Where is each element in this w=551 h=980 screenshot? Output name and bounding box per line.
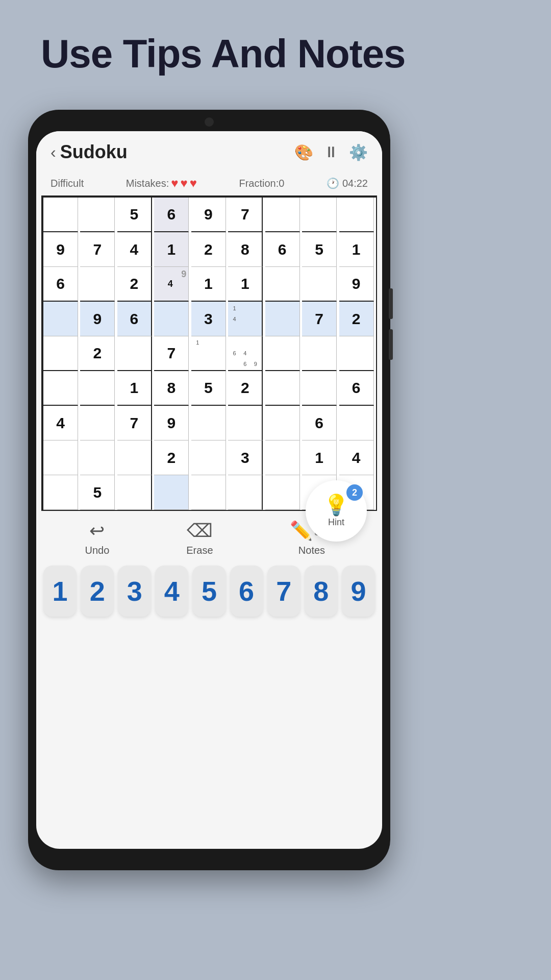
cell-r5c5[interactable]: 2 <box>228 371 263 406</box>
cell-r6c8[interactable] <box>339 406 374 440</box>
cell-r4c4[interactable]: 1 <box>191 336 226 371</box>
sudoku-grid[interactable]: 5 6 9 7 9 7 4 1 2 8 6 5 1 6 2 <box>42 197 376 510</box>
cell-r2c2[interactable]: 2 <box>117 267 152 302</box>
cell-r2c7[interactable] <box>302 267 337 302</box>
cell-r1c1[interactable]: 7 <box>80 232 115 267</box>
cell-r5c7[interactable] <box>302 371 337 406</box>
hint-button[interactable]: 2 💡 Hint <box>306 480 367 542</box>
back-button[interactable]: ‹ <box>51 143 56 162</box>
erase-button[interactable]: ⌫ Erase <box>186 520 213 556</box>
cell-r8c1[interactable]: 5 <box>80 475 115 510</box>
cell-r6c7[interactable]: 6 <box>302 406 337 440</box>
cell-r2c8[interactable]: 9 <box>339 267 374 302</box>
cell-r0c8[interactable] <box>339 198 374 232</box>
cell-r3c8[interactable]: 2 <box>339 302 374 336</box>
cell-r6c5[interactable] <box>228 406 263 440</box>
cell-r4c1[interactable]: 2 <box>80 336 115 371</box>
pause-icon[interactable]: ⏸ <box>323 143 339 161</box>
cell-r6c1[interactable] <box>80 406 115 440</box>
cell-r3c3[interactable] <box>154 302 189 336</box>
cell-r5c2[interactable]: 1 <box>117 371 152 406</box>
cell-r4c6[interactable] <box>265 336 300 371</box>
cell-r3c0[interactable] <box>43 302 78 336</box>
cell-r1c7[interactable]: 5 <box>302 232 337 267</box>
note-r3c5-9 <box>251 324 261 335</box>
cell-r2c3[interactable]: 94 <box>154 267 189 302</box>
numpad-7[interactable]: 7 <box>267 566 300 617</box>
numpad-4[interactable]: 4 <box>155 566 188 617</box>
cell-r0c2[interactable]: 5 <box>117 198 152 232</box>
cell-r4c2[interactable] <box>117 336 152 371</box>
cell-r5c8[interactable]: 6 <box>339 371 374 406</box>
cell-r6c2[interactable]: 7 <box>117 406 152 440</box>
cell-r5c0[interactable] <box>43 371 78 406</box>
cell-r7c1[interactable] <box>80 440 115 475</box>
cell-r0c6[interactable] <box>265 198 300 232</box>
cell-r2c1[interactable] <box>80 267 115 302</box>
cell-r6c4[interactable] <box>191 406 226 440</box>
cell-r5c6[interactable] <box>265 371 300 406</box>
cell-r5c1[interactable] <box>80 371 115 406</box>
cell-r4c0[interactable] <box>43 336 78 371</box>
cell-r6c0[interactable]: 4 <box>43 406 78 440</box>
numpad-5[interactable]: 5 <box>192 566 226 617</box>
cell-r0c0[interactable] <box>43 198 78 232</box>
cell-r1c8[interactable]: 1 <box>339 232 374 267</box>
cell-r3c5[interactable]: 1 4 <box>228 302 263 336</box>
palette-icon[interactable]: 🎨 <box>294 143 313 161</box>
cell-r7c6[interactable] <box>265 440 300 475</box>
cell-r1c0[interactable]: 9 <box>43 232 78 267</box>
cell-r7c0[interactable] <box>43 440 78 475</box>
cell-r8c0[interactable] <box>43 475 78 510</box>
cell-r1c5[interactable]: 8 <box>228 232 263 267</box>
numpad-3[interactable]: 3 <box>118 566 151 617</box>
cell-r1c4[interactable]: 2 <box>191 232 226 267</box>
cell-r8c3[interactable] <box>154 475 189 510</box>
cell-r2c4[interactable]: 1 <box>191 267 226 302</box>
cell-r6c3[interactable]: 9 <box>154 406 189 440</box>
numpad-8[interactable]: 8 <box>305 566 338 617</box>
note-r4c4-8 <box>203 358 214 369</box>
cell-r5c3[interactable]: 8 <box>154 371 189 406</box>
cell-r7c2[interactable] <box>117 440 152 475</box>
numpad-6[interactable]: 6 <box>230 566 263 617</box>
cell-r0c3[interactable]: 6 <box>154 198 189 232</box>
cell-r0c5[interactable]: 7 <box>228 198 263 232</box>
numpad-1[interactable]: 1 <box>43 566 77 617</box>
cell-r4c5[interactable]: 6 4 6 9 <box>228 336 263 371</box>
cell-r8c4[interactable] <box>191 475 226 510</box>
cell-r7c4[interactable] <box>191 440 226 475</box>
number-pad: 1 2 3 4 5 6 7 8 9 <box>36 561 382 625</box>
undo-button[interactable]: ↩ Undo <box>85 520 109 556</box>
cell-r3c6[interactable] <box>265 302 300 336</box>
cell-r7c8[interactable]: 4 <box>339 440 374 475</box>
cell-r0c7[interactable] <box>302 198 337 232</box>
cell-r1c6[interactable]: 6 <box>265 232 300 267</box>
cell-r6c6[interactable] <box>265 406 300 440</box>
numpad-2[interactable]: 2 <box>81 566 114 617</box>
cell-r2c5[interactable]: 1 <box>228 267 263 302</box>
cell-r2c6[interactable] <box>265 267 300 302</box>
cell-r7c5[interactable]: 3 <box>228 440 263 475</box>
cell-r1c3[interactable]: 1 <box>154 232 189 267</box>
cell-r2c0[interactable]: 6 <box>43 267 78 302</box>
cell-r4c7[interactable] <box>302 336 337 371</box>
cell-r7c7[interactable]: 1 <box>302 440 337 475</box>
hint-label: Hint <box>328 517 344 528</box>
cell-r0c4[interactable]: 9 <box>191 198 226 232</box>
cell-r5c4[interactable]: 5 <box>191 371 226 406</box>
cell-r0c1[interactable] <box>80 198 115 232</box>
cell-r8c6[interactable] <box>265 475 300 510</box>
cell-r1c2[interactable]: 4 <box>117 232 152 267</box>
cell-r8c5[interactable] <box>228 475 263 510</box>
cell-r3c2[interactable]: 6 <box>117 302 152 336</box>
cell-r4c3[interactable]: 7 <box>154 336 189 371</box>
cell-r3c4[interactable]: 3 <box>191 302 226 336</box>
numpad-9[interactable]: 9 <box>342 566 375 617</box>
cell-r3c7[interactable]: 7 <box>302 302 337 336</box>
cell-r8c2[interactable] <box>117 475 152 510</box>
cell-r7c3[interactable]: 2 <box>154 440 189 475</box>
cell-r4c8[interactable] <box>339 336 374 371</box>
settings-icon[interactable]: ⚙️ <box>349 143 368 161</box>
cell-r3c1[interactable]: 9 <box>80 302 115 336</box>
